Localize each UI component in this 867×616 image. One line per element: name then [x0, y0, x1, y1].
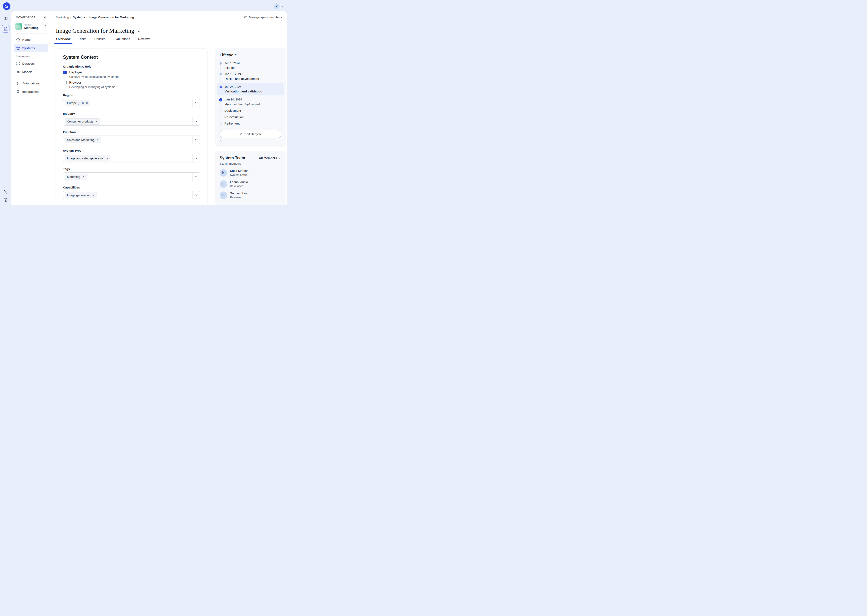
- page-title: Image Generation for Marketing: [56, 27, 134, 34]
- member-avatar: L: [219, 180, 227, 188]
- remove-tag-icon[interactable]: ✕: [106, 157, 109, 160]
- rail-library-button[interactable]: [2, 15, 9, 22]
- all-members-link[interactable]: All members: [259, 156, 281, 160]
- rail-governance-button[interactable]: [2, 25, 9, 33]
- models-grid-icon: [16, 70, 20, 74]
- field-label: Region: [63, 93, 200, 97]
- field-system-type: System Type Image and video generation ✕: [63, 149, 200, 162]
- book-icon: [3, 16, 8, 21]
- field-label: Industry: [63, 112, 200, 115]
- sidebar-item-models[interactable]: Models: [14, 68, 48, 76]
- event-date: Jan 10, 2024: [225, 72, 259, 76]
- info-icon[interactable]: [3, 198, 8, 202]
- remove-tag-icon[interactable]: ✕: [86, 102, 88, 104]
- field-region: Region Europe (EU) ✕: [63, 93, 200, 107]
- bank-icon: [3, 27, 8, 31]
- member-avatar: S: [219, 192, 227, 199]
- chevron-down-icon[interactable]: [195, 157, 198, 160]
- remove-tag-icon[interactable]: ✕: [93, 194, 95, 196]
- region-select[interactable]: Europe (EU) ✕: [63, 99, 200, 107]
- lifecycle-event-retirement: Retirement: [219, 120, 281, 127]
- sidebar-item-home[interactable]: Home: [14, 36, 48, 44]
- event-label: Deployment: [224, 109, 241, 113]
- sidebar-item-integrations[interactable]: Integrations: [14, 88, 48, 96]
- chevron-down-icon[interactable]: [195, 138, 198, 141]
- database-icon: [16, 61, 20, 66]
- system-context-card: System Context Organisation’s Role Deplo…: [55, 48, 208, 205]
- remove-tag-icon[interactable]: ✕: [95, 120, 98, 123]
- main-header: Marketing / Systems / Image Generation f…: [51, 11, 287, 23]
- main-panel: Governance Space Marketing Home: [11, 11, 287, 205]
- tags-select[interactable]: Marketing ✕: [63, 173, 200, 181]
- sidebar: Governance Space Marketing Home: [11, 11, 51, 205]
- deployer-description: Using AI systems developed by others: [69, 75, 200, 79]
- event-label: Retirement: [224, 122, 240, 125]
- lifecycle-timeline: Jan 1, 2024 Initation Jan 10, 2024 Desig…: [219, 60, 281, 142]
- collapse-icon: [43, 16, 47, 19]
- chevron-down-icon[interactable]: [195, 193, 198, 197]
- content-area: System Context Organisation’s Role Deplo…: [51, 44, 287, 205]
- chevron-down-icon[interactable]: [195, 175, 198, 178]
- sidebar-item-systems[interactable]: Systems: [14, 44, 48, 52]
- event-label: Re-evaluation: [224, 115, 244, 119]
- region-tag: Europe (EU) ✕: [65, 100, 90, 106]
- timeline-dot: [219, 73, 222, 75]
- deployer-checkbox[interactable]: [63, 71, 67, 74]
- chevron-down-icon[interactable]: [195, 101, 198, 104]
- plug-icon: [16, 90, 20, 94]
- sidebar-item-label: Automations: [22, 82, 39, 85]
- breadcrumb-item[interactable]: Systems: [73, 16, 85, 19]
- industry-select[interactable]: Consumer products ✕: [63, 117, 200, 126]
- system-team-card: System Team All members 5 team members K…: [215, 151, 286, 205]
- remove-tag-icon[interactable]: ✕: [96, 138, 99, 141]
- member-name: Samyan Lee: [230, 192, 247, 195]
- role-option-provider[interactable]: Provider: [63, 81, 200, 85]
- team-member-row[interactable]: L Leena Vainio Developer: [219, 178, 281, 190]
- tab-evaluations[interactable]: Evaluations: [113, 37, 131, 44]
- lifecycle-event-verification[interactable]: Jan 24, 2024 Verifcation and validation: [217, 83, 284, 96]
- edit-lifecycle-button[interactable]: Edit lifecycle: [219, 130, 281, 138]
- sidebar-item-automations[interactable]: Automations: [14, 79, 48, 87]
- chevron-down-icon[interactable]: [195, 120, 198, 123]
- field-function: Function Sales and Marketing ✕: [63, 130, 200, 144]
- manage-space-members-label: Manage space members: [249, 16, 282, 19]
- system-context-heading: System Context: [63, 55, 200, 60]
- field-label: Tags: [63, 167, 200, 171]
- function-tag: Sales and Marketing ✕: [65, 137, 101, 143]
- space-selector[interactable]: Space Marketing: [14, 22, 48, 32]
- capabilities-select[interactable]: Image generation ✕: [63, 191, 200, 199]
- team-member-row[interactable]: K Kuba Martins System Owner: [219, 167, 281, 178]
- user-avatar[interactable]: K: [274, 3, 279, 9]
- tab-overview[interactable]: Overview: [56, 37, 71, 44]
- timeline-dot: [219, 62, 222, 64]
- provider-checkbox[interactable]: [63, 81, 67, 85]
- breadcrumb-separator: /: [87, 16, 87, 19]
- function-select[interactable]: Sales and Marketing ✕: [63, 135, 200, 144]
- role-option-deployer[interactable]: Deployer: [63, 71, 200, 74]
- manage-space-members-button[interactable]: Manage space members: [243, 15, 282, 19]
- team-member-row[interactable]: S Samyan Lee Reviewer: [219, 190, 281, 201]
- member-name: Kuba Martins: [230, 169, 249, 173]
- event-date: Jan 1, 2024: [225, 61, 240, 65]
- remove-tag-icon[interactable]: ✕: [82, 176, 85, 178]
- system-type-select[interactable]: Image and video generation ✕: [63, 154, 200, 162]
- member-avatar: K: [219, 169, 227, 177]
- timeline-dot: [219, 86, 222, 88]
- user-menu[interactable]: K: [274, 3, 284, 9]
- sidebar-item-datasets[interactable]: Datasets: [14, 60, 48, 68]
- tab-reviews[interactable]: Reviews: [138, 37, 151, 44]
- tab-policies[interactable]: Policies: [94, 37, 106, 44]
- tools-icon[interactable]: [3, 190, 8, 194]
- tab-risks[interactable]: Risks: [78, 37, 87, 44]
- member-name: Leena Vainio: [230, 180, 248, 184]
- title-chevron-down-icon[interactable]: [137, 30, 141, 33]
- lifecycle-event-approved: Jan 14, 2024 Approved for deployment: [219, 96, 281, 107]
- check-badge-icon: [219, 98, 222, 101]
- logo-s-icon: [5, 4, 9, 8]
- collapse-sidebar-button[interactable]: [43, 16, 47, 19]
- breadcrumb-item[interactable]: Marketing: [56, 16, 69, 19]
- app-logo[interactable]: [3, 2, 10, 10]
- industry-tag: Consumer products ✕: [65, 118, 100, 124]
- tag-text: Consumer products: [67, 120, 93, 123]
- event-label: Design and development: [225, 77, 259, 81]
